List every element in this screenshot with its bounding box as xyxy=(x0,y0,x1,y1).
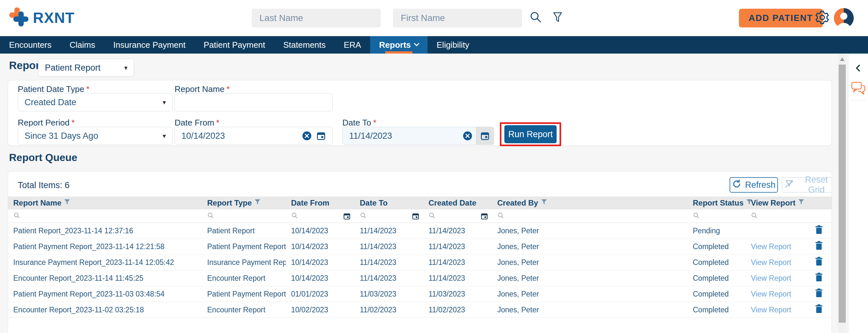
rail-divider xyxy=(850,100,866,100)
date-from-field[interactable]: 10/14/2023 xyxy=(175,127,333,145)
column-filter-view-report[interactable] xyxy=(746,209,805,223)
nav-item-eligibility[interactable]: Eligibility xyxy=(428,36,478,54)
nav-item-encounters[interactable]: Encounters xyxy=(0,36,61,54)
funnel-filter-icon[interactable] xyxy=(798,199,804,208)
nav-item-claims[interactable]: Claims xyxy=(61,36,104,54)
scroll-up-arrow[interactable] xyxy=(840,57,844,61)
funnel-filter-icon[interactable] xyxy=(64,199,70,208)
filter-icon[interactable] xyxy=(552,11,563,24)
search-icon[interactable] xyxy=(529,11,542,25)
clear-circle-icon[interactable] xyxy=(463,131,472,141)
column-header-created-date[interactable]: Created Date xyxy=(423,199,492,208)
view-report-link[interactable]: View Report xyxy=(751,242,791,251)
cell-view-report: View Report xyxy=(746,274,805,283)
date-to-field[interactable]: 11/14/2023 xyxy=(342,127,494,145)
column-header-label: Date From xyxy=(291,199,330,208)
calendar-icon[interactable] xyxy=(343,212,351,220)
patient-date-type-select[interactable]: Created Date ▾ xyxy=(18,93,173,111)
column-filter-created-by[interactable] xyxy=(492,209,688,223)
column-filter-date-to[interactable] xyxy=(354,209,423,223)
nav-item-label: Reports xyxy=(379,40,411,50)
scrollbar-thumb[interactable] xyxy=(839,64,846,323)
delete-report-button[interactable] xyxy=(805,257,832,268)
delete-report-button[interactable] xyxy=(805,304,832,315)
delete-report-button[interactable] xyxy=(805,289,832,299)
column-header-label: Report Status xyxy=(693,199,743,208)
funnel-filter-icon[interactable] xyxy=(254,199,261,208)
vertical-scrollbar[interactable] xyxy=(838,54,846,333)
cell-report-type: Encounter Report xyxy=(202,306,286,314)
delete-report-button[interactable] xyxy=(805,241,832,252)
column-header-date-to[interactable]: Date To xyxy=(354,199,423,208)
nav-item-era[interactable]: ERA xyxy=(335,36,370,54)
delete-report-button[interactable] xyxy=(805,225,832,236)
dropdown-caret-icon: ▾ xyxy=(163,98,166,106)
cell-created-date: 11/14/2023 xyxy=(423,258,492,267)
calendar-icon[interactable] xyxy=(316,131,326,141)
calendar-icon[interactable] xyxy=(412,212,420,220)
view-report-link[interactable]: View Report xyxy=(751,290,791,298)
nav-item-reports[interactable]: Reports xyxy=(370,36,428,54)
column-filter-report-type[interactable] xyxy=(202,209,286,223)
nav-item-label: Eligibility xyxy=(437,40,469,50)
cell-view-report: View Report xyxy=(746,258,805,267)
column-filter-report-name[interactable] xyxy=(8,209,202,223)
cell-created-by: Jones, Peter xyxy=(492,226,688,235)
add-patient-button[interactable]: ADD PATIENT xyxy=(739,9,823,27)
funnel-filter-icon[interactable] xyxy=(541,199,547,208)
report-name-input[interactable] xyxy=(181,94,326,111)
column-search-icon xyxy=(13,212,20,220)
plus-cross-icon xyxy=(9,7,29,28)
last-name-search-input[interactable] xyxy=(252,9,381,27)
view-report-link[interactable]: View Report xyxy=(751,274,791,282)
avatar[interactable] xyxy=(834,8,854,28)
view-report-link[interactable]: View Report xyxy=(751,258,791,267)
refresh-button[interactable]: Refresh xyxy=(730,177,778,193)
view-report-link[interactable]: View Report xyxy=(751,306,791,314)
column-header-report-name[interactable]: Report Name xyxy=(8,199,202,208)
trash-icon xyxy=(815,225,823,236)
column-search-icon xyxy=(497,212,504,220)
cell-report-name: Insurance Payment Report_2023-11-14 12:0… xyxy=(8,258,202,267)
gear-icon[interactable] xyxy=(814,10,830,27)
chat-bubbles-icon[interactable] xyxy=(851,81,866,97)
report-period-select[interactable]: Since 31 Days Ago ▾ xyxy=(18,127,173,145)
nav-item-statements[interactable]: Statements xyxy=(274,36,335,54)
table-row: Patient Payment Report_2023-11-14 12:21:… xyxy=(8,239,832,254)
column-header-report-type[interactable]: Report Type xyxy=(202,199,286,208)
report-type-select[interactable]: Patient Report ▾ xyxy=(38,59,134,77)
column-filter-date-from[interactable] xyxy=(286,209,354,223)
trash-icon xyxy=(815,304,823,315)
column-header-report-status[interactable]: Report Status xyxy=(688,199,746,208)
column-header-date-from[interactable]: Date From xyxy=(286,199,354,208)
first-name-search-input[interactable] xyxy=(393,9,522,27)
cell-created-by: Jones, Peter xyxy=(492,306,688,314)
dropdown-caret-icon: ▾ xyxy=(163,132,166,140)
date-to-label: Date To* xyxy=(342,118,376,128)
reset-grid-button[interactable]: Reset Grid xyxy=(782,177,832,193)
collapse-chevron-icon[interactable] xyxy=(854,64,863,73)
right-rail xyxy=(848,54,868,333)
table-row: Patient Report_2023-11-14 12:37:16Patien… xyxy=(8,223,832,239)
column-filter-created-date[interactable] xyxy=(423,209,492,223)
calendar-icon[interactable] xyxy=(480,212,488,220)
delete-report-button[interactable] xyxy=(805,273,832,284)
report-name-field-box xyxy=(175,93,333,111)
table-row: Patient Payment Report_2023-11-03 03:48:… xyxy=(8,286,832,302)
nav-item-patient-payment[interactable]: Patient Payment xyxy=(194,36,274,54)
trash-icon xyxy=(815,257,823,268)
column-header-view-report[interactable]: View Report xyxy=(746,199,805,208)
required-asterisk: * xyxy=(373,118,376,127)
column-filter-report-status[interactable] xyxy=(688,209,746,223)
run-report-button[interactable]: Run Report xyxy=(504,125,557,143)
cell-date-to: 11/03/2023 xyxy=(354,290,423,299)
column-header-label: View Report xyxy=(751,199,796,208)
required-asterisk: * xyxy=(226,84,230,94)
nav-item-insurance-payment[interactable]: Insurance Payment xyxy=(104,36,194,54)
clear-circle-icon[interactable] xyxy=(302,131,312,141)
cell-created-date: 11/14/2023 xyxy=(423,226,492,235)
report-period-label: Report Period* xyxy=(18,118,75,128)
calendar-button[interactable] xyxy=(476,127,494,145)
rxnt-logo[interactable]: RXNT xyxy=(9,7,74,28)
column-header-created-by[interactable]: Created By xyxy=(492,199,688,208)
